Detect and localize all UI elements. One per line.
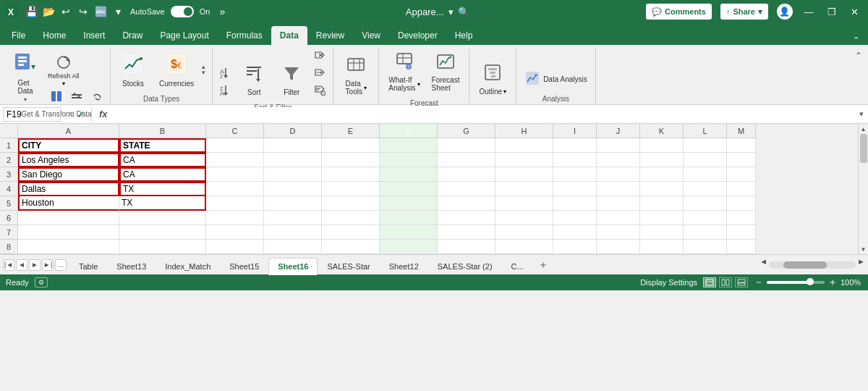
cell-a1[interactable]: CITY <box>18 138 119 153</box>
page-break-view-button[interactable] <box>735 277 748 287</box>
sheet-tab-table[interactable]: Table <box>69 258 107 275</box>
tab-help[interactable]: Help <box>446 26 482 45</box>
sheet-tab-sales-star[interactable]: SALES-Star <box>318 258 379 275</box>
cell-l4[interactable] <box>684 182 727 196</box>
cell-i6[interactable] <box>553 211 597 225</box>
cell-m3[interactable] <box>727 167 756 182</box>
cell-m2[interactable] <box>727 153 756 167</box>
row-header-8[interactable]: 8 <box>0 240 18 254</box>
cell-a5[interactable]: Houston <box>18 196 119 211</box>
data-tools-button[interactable]: DataTools ▾ <box>338 51 374 98</box>
cell-g4[interactable] <box>438 182 495 196</box>
row-header-6[interactable]: 6 <box>0 211 18 225</box>
cell-a2[interactable]: Los Angeles <box>18 153 119 167</box>
scrollbar-up-button[interactable]: ▲ <box>859 124 869 134</box>
cell-j5[interactable] <box>597 196 640 211</box>
col-header-a[interactable]: A <box>18 124 119 138</box>
cell-k8[interactable] <box>640 240 684 254</box>
cell-m8[interactable] <box>727 240 756 254</box>
sheet-nav-first[interactable]: |◄ <box>3 259 14 271</box>
add-sheet-button[interactable]: ＋ <box>536 258 550 272</box>
cell-j8[interactable] <box>597 240 640 254</box>
cell-c4[interactable] <box>206 182 264 196</box>
cell-i7[interactable] <box>553 225 597 240</box>
sheet-tab-sheet15[interactable]: Sheet15 <box>220 258 268 275</box>
cell-e1[interactable] <box>322 138 380 153</box>
cell-a6[interactable] <box>18 211 119 225</box>
cell-g7[interactable] <box>438 225 495 240</box>
horizontal-scrollbar[interactable]: ◄ ► <box>760 257 865 273</box>
cell-e4[interactable] <box>322 182 380 196</box>
cell-h7[interactable] <box>495 225 553 240</box>
cell-h8[interactable] <box>495 240 553 254</box>
cell-h5[interactable] <box>495 196 553 211</box>
cell-k3[interactable] <box>640 167 684 182</box>
cell-i5[interactable] <box>553 196 597 211</box>
sort-az-button[interactable]: A Z <box>217 65 234 82</box>
cell-f8[interactable] <box>380 240 438 254</box>
name-box[interactable]: F19 <box>3 107 61 122</box>
cell-e7[interactable] <box>322 225 380 240</box>
share-button[interactable]: ↑ Share ▾ <box>720 4 768 20</box>
scrollbar-thumb[interactable] <box>860 134 867 163</box>
data-analysis-button[interactable]: Data Analysis <box>521 68 591 91</box>
cell-i3[interactable] <box>553 167 597 182</box>
vertical-scrollbar[interactable]: ▲ ▼ <box>858 124 868 254</box>
cell-b5[interactable]: TX <box>119 196 206 211</box>
row-header-1[interactable]: 1 <box>0 138 18 153</box>
cell-a4[interactable]: Dallas <box>18 182 119 196</box>
get-data-button[interactable]: GetData ▾ <box>7 48 43 106</box>
outline-button[interactable]: Outline ▾ <box>474 59 511 98</box>
sort-za-button[interactable]: Z A <box>217 83 234 99</box>
cell-b7[interactable] <box>119 225 206 240</box>
tab-review[interactable]: Review <box>307 26 353 45</box>
sheet-nav-next[interactable]: ► <box>29 259 41 271</box>
sheet-tab-sheet13[interactable]: Sheet13 <box>107 258 156 275</box>
folder-icon[interactable]: 📂 <box>42 5 55 18</box>
cell-e8[interactable] <box>322 240 380 254</box>
cell-b2[interactable]: CA <box>119 153 206 167</box>
normal-view-button[interactable] <box>703 277 716 287</box>
cell-g3[interactable] <box>438 167 495 182</box>
tab-insert[interactable]: Insert <box>75 26 114 45</box>
stocks-button[interactable]: Stocks <box>115 50 151 91</box>
macro-security-icon[interactable]: ⚙ <box>35 277 48 287</box>
cell-e5[interactable] <box>322 196 380 211</box>
row-header-2[interactable]: 2 <box>0 153 18 167</box>
cell-m1[interactable] <box>727 138 756 153</box>
cell-j4[interactable] <box>597 182 640 196</box>
sheet-tab-c-ellipsis[interactable]: C... <box>502 258 533 275</box>
tab-file[interactable]: File <box>3 26 34 45</box>
filter-button[interactable]: Filter <box>273 60 310 99</box>
search-icon[interactable]: 🔍 <box>458 7 469 17</box>
cell-g5[interactable] <box>438 196 495 211</box>
cell-m5[interactable] <box>727 196 756 211</box>
cell-d1[interactable] <box>264 138 322 153</box>
cell-j6[interactable] <box>597 211 640 225</box>
cell-c8[interactable] <box>206 240 264 254</box>
col-header-j[interactable]: J <box>597 124 640 138</box>
cell-d6[interactable] <box>264 211 322 225</box>
hscroll-thumb[interactable] <box>783 261 827 269</box>
cell-l8[interactable] <box>684 240 727 254</box>
cell-f2[interactable] <box>380 153 438 167</box>
cell-k4[interactable] <box>640 182 684 196</box>
queries-connections-button[interactable] <box>48 89 65 106</box>
cell-d2[interactable] <box>264 153 322 167</box>
cell-d5[interactable] <box>264 196 322 211</box>
comments-button[interactable]: 💬 Comments <box>646 4 712 20</box>
cell-c7[interactable] <box>206 225 264 240</box>
cell-b3[interactable]: CA <box>119 167 206 182</box>
cell-h6[interactable] <box>495 211 553 225</box>
cell-b4[interactable]: TX <box>119 182 206 196</box>
hscroll-left[interactable]: ◄ <box>760 257 767 273</box>
cell-l6[interactable] <box>684 211 727 225</box>
cell-c1[interactable] <box>206 138 264 153</box>
refresh-all-button[interactable]: Refresh All ▾ <box>45 54 82 88</box>
col-header-i[interactable]: I <box>553 124 597 138</box>
cell-c6[interactable] <box>206 211 264 225</box>
sort-az-icon[interactable]: 🔤 <box>94 5 107 18</box>
row-header-7[interactable]: 7 <box>0 225 18 240</box>
display-settings-label[interactable]: Display Settings <box>640 278 697 287</box>
cell-a3[interactable]: San Diego <box>18 167 119 182</box>
